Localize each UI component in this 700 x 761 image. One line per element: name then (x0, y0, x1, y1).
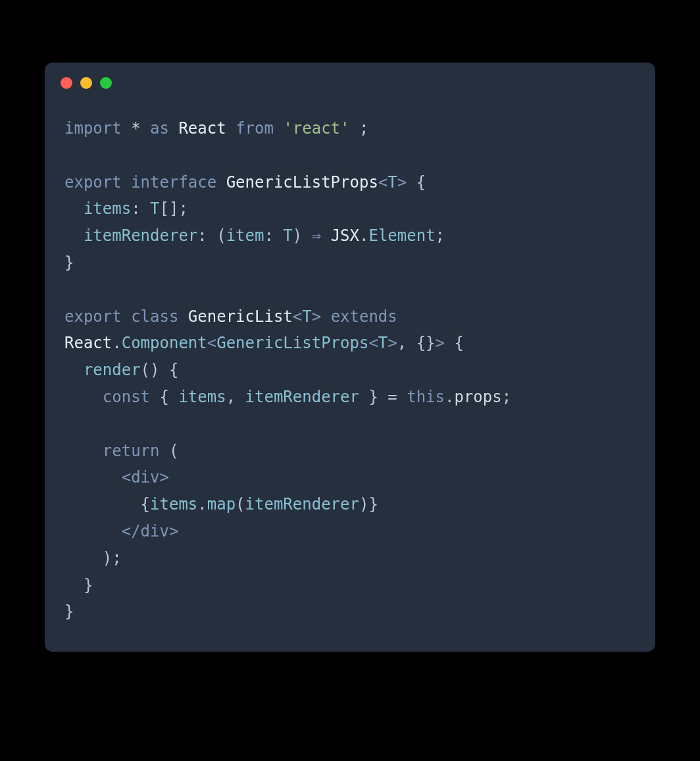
kw-import: import (64, 119, 122, 138)
map: map (207, 495, 236, 513)
brace-close: } (368, 388, 378, 406)
brace-open: { (160, 388, 169, 406)
semi: ; (436, 226, 445, 245)
empty-obj: {} (416, 334, 436, 352)
type-glp: GenericListProps (226, 173, 378, 192)
itemrenderer: itemRenderer (245, 495, 359, 513)
kw-const: const (103, 388, 150, 406)
angle-close: > (436, 334, 445, 352)
parens: () (141, 361, 160, 379)
type-t: T (283, 226, 292, 245)
kw-return: return (103, 442, 160, 460)
brace-open: { (454, 334, 463, 352)
type-t: T (302, 307, 311, 326)
paren-close: ) (359, 495, 368, 513)
colon: : (264, 226, 273, 245)
tag-close-angle: > (160, 468, 169, 486)
kw-this: this (407, 388, 445, 406)
tag-open-angle: </ (122, 522, 141, 540)
tag-div: div (141, 522, 169, 540)
method-render: render (84, 361, 141, 379)
array-suffix: []; (160, 199, 188, 218)
angle-open: < (378, 173, 388, 192)
equals: = (388, 388, 397, 406)
paren-close: ) (293, 226, 302, 245)
jsx-brace-open: { (141, 495, 150, 513)
prop-itemrenderer: itemRenderer (84, 226, 197, 245)
component: Component (122, 334, 207, 352)
string-react: 'react' (283, 119, 349, 138)
angle-open: < (207, 334, 216, 352)
class-name: GenericList (188, 307, 293, 326)
react-ns: React (64, 334, 112, 352)
dot: . (112, 334, 121, 352)
param-item: item (226, 226, 264, 245)
items: items (178, 388, 226, 406)
paren-open: ( (169, 442, 178, 460)
items: items (150, 495, 197, 513)
paren-open: ( (216, 226, 226, 245)
maximize-icon[interactable] (100, 77, 112, 89)
editor-window: import * as React from 'react' ; export … (45, 63, 655, 652)
type-t: T (388, 173, 397, 192)
brace-close: } (84, 576, 93, 594)
dot: . (445, 388, 454, 406)
minimize-icon[interactable] (80, 77, 92, 89)
props: props (454, 388, 501, 406)
brace-close: } (64, 253, 74, 272)
type-t: T (150, 199, 159, 218)
glp: GenericListProps (216, 334, 368, 352)
angle-open: < (293, 307, 302, 326)
tag-div: div (131, 468, 159, 486)
prop-items: items (84, 199, 131, 218)
paren-close-semi: ); (103, 549, 122, 567)
brace-open: { (416, 173, 426, 192)
dot: . (197, 495, 207, 513)
kw-export: export (64, 307, 122, 326)
element: Element (368, 226, 435, 245)
semi: ; (502, 388, 511, 406)
itemrenderer: itemRenderer (245, 388, 359, 406)
brace-close: } (64, 602, 74, 621)
comma: , (226, 388, 236, 406)
angle-open: < (368, 334, 378, 352)
colon: : (131, 199, 140, 218)
kw-class: class (131, 307, 178, 326)
kw-as: as (150, 119, 169, 138)
jsx: JSX (331, 226, 359, 245)
star: * (131, 119, 140, 138)
dot: . (359, 226, 368, 245)
colon: : (197, 226, 207, 245)
comma: , (397, 334, 407, 352)
arrow: ⇒ (312, 226, 321, 245)
jsx-brace-close: } (368, 495, 378, 513)
angle-close: > (397, 173, 407, 192)
ident-react: React (178, 119, 226, 138)
kw-from: from (236, 119, 274, 138)
angle-close: > (312, 307, 321, 326)
type-t: T (378, 334, 388, 352)
kw-interface: interface (131, 173, 216, 192)
kw-extends: extends (331, 307, 397, 326)
titlebar (45, 63, 655, 95)
paren-open: ( (236, 495, 245, 513)
brace-open: { (169, 361, 178, 379)
angle-close: > (388, 334, 397, 352)
semi: ; (359, 119, 368, 138)
tag-close-angle: > (169, 522, 178, 540)
close-icon[interactable] (61, 77, 72, 89)
code-block: import * as React from 'react' ; export … (45, 95, 655, 625)
tag-open-angle: < (122, 468, 131, 486)
kw-export: export (64, 173, 122, 192)
